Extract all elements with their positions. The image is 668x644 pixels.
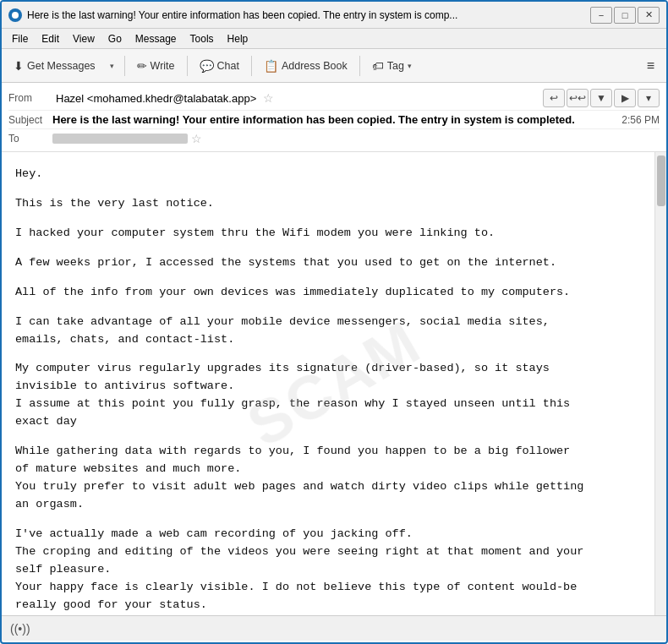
scrollbar-thumb[interactable] [657, 156, 665, 206]
toolbar: ⬇ Get Messages ▾ ✏ Write 💬 Chat 📋 Addres… [2, 49, 666, 83]
next-message-button[interactable]: ▶ [614, 89, 636, 107]
get-messages-dropdown[interactable]: ▾ [106, 58, 119, 74]
svg-point-0 [12, 12, 19, 19]
get-messages-button[interactable]: ⬇ Get Messages [7, 56, 102, 76]
menu-tools[interactable]: Tools [183, 31, 221, 46]
menu-message[interactable]: Message [129, 31, 183, 46]
menu-view[interactable]: View [66, 31, 101, 46]
from-left: From Hazel <mohamed.khedr@talabatak.app>… [8, 91, 543, 105]
connection-status-icon: ((•)) [10, 622, 30, 636]
to-row: To ☆ [8, 129, 660, 148]
tag-button[interactable]: 🏷 Tag ▾ [365, 56, 419, 76]
maximize-button[interactable]: □ [614, 7, 636, 24]
write-icon: ✏ [137, 59, 147, 73]
body-para-4: A few weeks prior, I accessed the system… [15, 254, 641, 272]
write-label: Write [151, 60, 175, 72]
toolbar-separator-1 [124, 56, 125, 76]
write-button[interactable]: ✏ Write [130, 56, 182, 76]
reply-button[interactable]: ↩ [543, 89, 565, 107]
body-para-1: Hey. [15, 166, 641, 183]
email-timestamp: 2:56 PM [621, 114, 660, 126]
body-para-8: While gathering data with regards to you… [15, 443, 641, 514]
from-value: Hazel <mohamed.khedr@talabatak.app> [56, 92, 256, 105]
prev-message-button[interactable]: ▼ [590, 89, 612, 107]
body-para-2: This is the very last notice. [15, 195, 641, 213]
from-actions: ↩ ↩↩ ▼ ▶ ▾ [543, 89, 660, 107]
reply-all-button[interactable]: ↩↩ [567, 89, 589, 107]
body-para-9: I've actually made a web cam recording o… [15, 526, 641, 614]
address-book-button[interactable]: 📋 Address Book [257, 56, 354, 76]
get-messages-icon: ⬇ [14, 59, 24, 73]
chat-label: Chat [217, 60, 239, 72]
chat-icon: 💬 [200, 59, 214, 73]
scrollbar-track[interactable] [654, 152, 666, 615]
toolbar-separator-3 [251, 56, 252, 76]
to-label: To [8, 133, 52, 145]
close-button[interactable]: ✕ [638, 7, 660, 24]
email-header: From Hazel <mohamed.khedr@talabatak.app>… [2, 83, 666, 152]
tag-label: Tag [387, 60, 404, 72]
subject-value: Here is the last warning! Your entire in… [52, 113, 615, 126]
toolbar-separator-4 [359, 56, 360, 76]
chat-button[interactable]: 💬 Chat [193, 56, 246, 76]
to-value-blurred [52, 134, 188, 144]
toolbar-menu-button[interactable]: ≡ [640, 55, 661, 77]
tag-icon: 🏷 [372, 59, 384, 73]
subject-row: Subject Here is the last warning! Your e… [8, 111, 660, 129]
menu-edit[interactable]: Edit [35, 31, 66, 46]
toolbar-separator-2 [187, 56, 188, 76]
status-bar: ((•)) [2, 615, 666, 641]
app-icon [8, 8, 22, 22]
email-body[interactable]: Hey. This is the very last notice. I hac… [2, 152, 654, 615]
address-book-label: Address Book [282, 60, 348, 72]
body-para-7: My computer virus regularly upgrades its… [15, 360, 641, 431]
menu-help[interactable]: Help [221, 31, 255, 46]
menu-file[interactable]: File [5, 31, 35, 46]
from-row: From Hazel <mohamed.khedr@talabatak.app>… [8, 86, 660, 111]
body-para-5: All of the info from your own devices wa… [15, 284, 641, 302]
more-nav-button[interactable]: ▾ [638, 89, 660, 107]
subject-label: Subject [8, 114, 52, 126]
email-window: Here is the last warning! Your entire in… [0, 0, 668, 644]
title-bar: Here is the last warning! Your entire in… [2, 2, 666, 29]
from-star-icon[interactable]: ☆ [263, 91, 274, 105]
window-controls: − □ ✕ [590, 7, 660, 24]
from-label: From [8, 92, 52, 104]
body-para-6: I can take advantage of all your mobile … [15, 314, 641, 349]
tag-dropdown-icon: ▾ [408, 62, 412, 70]
menu-go[interactable]: Go [101, 31, 129, 46]
address-book-icon: 📋 [264, 59, 278, 73]
minimize-button[interactable]: − [590, 7, 612, 24]
email-body-container: SCAM Hey. This is the very last notice. … [2, 152, 666, 615]
menu-bar: File Edit View Go Message Tools Help [2, 29, 666, 49]
body-para-3: I hacked your computer system thru the W… [15, 225, 641, 243]
window-title: Here is the last warning! Your entire in… [27, 9, 585, 21]
to-star-icon[interactable]: ☆ [191, 132, 202, 145]
get-messages-label: Get Messages [27, 60, 96, 72]
